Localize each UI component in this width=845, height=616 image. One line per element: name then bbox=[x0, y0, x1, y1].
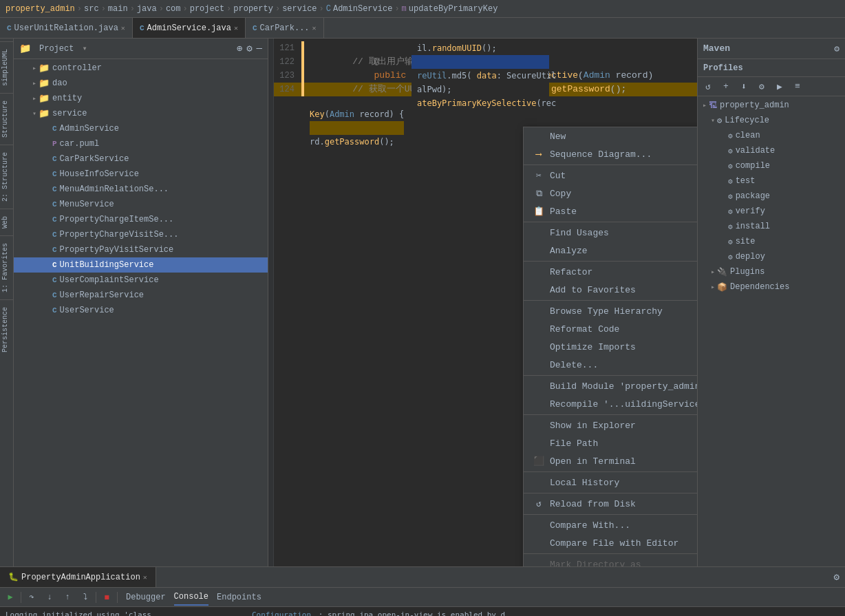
tree-item-unitbuilding[interactable]: C UnitBuildingService bbox=[14, 257, 268, 273]
cm-item-browse-hierarchy[interactable]: Browse Type Hierarchy F4 bbox=[524, 302, 697, 320]
maven-more-btn[interactable]: ≡ bbox=[790, 79, 805, 94]
maven-deploy[interactable]: ⚙ deploy bbox=[698, 249, 845, 264]
step-over-btn[interactable]: ↷ bbox=[24, 590, 39, 605]
maven-project[interactable]: 🏗 property_admin bbox=[698, 98, 845, 113]
tree-item-controller[interactable]: 📁 controller bbox=[14, 61, 268, 76]
lower-code: Key(Admin record) { rd.getPassword(); bbox=[310, 107, 404, 149]
side-tab-structure2[interactable]: 2: Structure bbox=[0, 145, 14, 209]
cm-item-reformat[interactable]: Reformat Code Ctrl+Alt+L bbox=[524, 320, 697, 338]
maven-gear-icon[interactable]: ⚙ bbox=[834, 43, 839, 54]
maven-title: Maven bbox=[703, 43, 730, 54]
tree-item-propertychargevisit[interactable]: C PropertyChargeVisitSe... bbox=[14, 227, 268, 242]
tree-item-carparkservice[interactable]: C CarParkService bbox=[14, 151, 268, 167]
bottom-tab-debug[interactable]: 🐛 PropertyAdminApplication ✕ bbox=[0, 567, 156, 587]
tree-item-menuservice[interactable]: C MenuService bbox=[14, 197, 268, 212]
tab-carpark[interactable]: C CarPark... ✕ bbox=[246, 18, 324, 38]
debugger-tab[interactable]: Debugger bbox=[126, 590, 166, 605]
tab-userunrelation[interactable]: C UserUnitRelation.java ✕ bbox=[0, 18, 133, 38]
c-file-icon: C bbox=[52, 125, 57, 133]
cm-item-paste[interactable]: 📋 Paste Ctrl+V bbox=[524, 202, 697, 220]
close-debug-tab[interactable]: ✕ bbox=[143, 573, 147, 582]
side-tab-persistence[interactable]: Persistence bbox=[0, 299, 14, 359]
tree-item-carpuml[interactable]: P car.puml bbox=[14, 136, 268, 151]
panel-minimize-icon[interactable]: — bbox=[257, 43, 262, 54]
stop-btn[interactable]: ◼ bbox=[99, 590, 114, 605]
cm-item-build-module[interactable]: Build Module 'property_admin' bbox=[524, 377, 697, 395]
cm-item-cut[interactable]: ✂ Cut Ctrl+X bbox=[524, 167, 697, 184]
maven-clean[interactable]: ⚙ clean bbox=[698, 128, 845, 143]
side-tab-favorites[interactable]: 1: Favorites bbox=[0, 235, 14, 299]
tree-item-propertypayvisit[interactable]: C PropertyPayVisitService bbox=[14, 242, 268, 257]
maven-download-btn[interactable]: ⬇ bbox=[736, 79, 751, 94]
breadcrumb-root[interactable]: property_admin bbox=[6, 4, 75, 14]
maven-refresh-btn[interactable]: ↺ bbox=[700, 79, 716, 94]
step-into-btn[interactable]: ↓ bbox=[42, 590, 57, 605]
tree-item-dao[interactable]: 📁 dao bbox=[14, 76, 268, 91]
side-tab-web[interactable]: Web bbox=[0, 209, 14, 235]
close-tab-btn[interactable]: ✕ bbox=[121, 24, 125, 32]
maven-plugins[interactable]: 🔌 Plugins bbox=[698, 264, 845, 279]
gear-icon: ⚙ bbox=[728, 131, 733, 140]
cm-item-analyze[interactable]: Analyze ▸ bbox=[524, 242, 697, 259]
maven-add-btn[interactable]: + bbox=[718, 79, 734, 94]
close-tab-btn[interactable]: ✕ bbox=[234, 24, 238, 32]
tree-item-userservice[interactable]: C UserService bbox=[14, 303, 268, 318]
tree-item-menuadminrelation[interactable]: C MenuAdminRelationSe... bbox=[14, 182, 268, 197]
cm-item-optimize-imports[interactable]: Optimize Imports Ctrl+Alt+O bbox=[524, 338, 697, 356]
run-to-cursor-btn[interactable]: ⤵ bbox=[78, 590, 93, 605]
cm-item-refactor[interactable]: Refactor ▸ bbox=[524, 263, 697, 281]
console-tab[interactable]: Console bbox=[174, 589, 208, 606]
side-tab-structure[interactable]: Structure bbox=[0, 93, 14, 145]
maven-run-btn[interactable]: ▶ bbox=[772, 79, 787, 94]
maven-site[interactable]: ⚙ site bbox=[698, 234, 845, 249]
tree-item-houseinfoservice[interactable]: C HouseInfoService bbox=[14, 167, 268, 182]
maven-compile[interactable]: ⚙ compile bbox=[698, 158, 845, 173]
tree-item-service[interactable]: 📁 service bbox=[14, 106, 268, 121]
maven-package[interactable]: ⚙ package bbox=[698, 189, 845, 204]
cm-item-show-explorer[interactable]: Show in Explorer bbox=[524, 416, 697, 434]
cm-item-delete[interactable]: Delete... Delete bbox=[524, 356, 697, 374]
panel-scope-icon[interactable]: ⊕ bbox=[237, 43, 242, 54]
maven-settings-btn[interactable]: ⚙ bbox=[754, 79, 769, 94]
tab-adminservice[interactable]: C AdminService.java ✕ bbox=[133, 18, 246, 38]
step-out-btn[interactable]: ↑ bbox=[60, 590, 75, 605]
endpoints-tab[interactable]: Endpoints bbox=[217, 590, 261, 605]
cm-item-local-history[interactable]: Local History ▸ bbox=[524, 474, 697, 491]
tree-item-userrepair[interactable]: C UserRepairService bbox=[14, 288, 268, 303]
tree-item-entity[interactable]: 📁 entity bbox=[14, 91, 268, 106]
folder-icon: 📁 bbox=[39, 108, 50, 119]
cm-item-reload[interactable]: ↺ Reload from Disk bbox=[524, 495, 697, 513]
cm-item-add-favorites[interactable]: Add to Favorites ▸ bbox=[524, 281, 697, 299]
side-tab-simpleuml[interactable]: simpleUML bbox=[0, 41, 14, 93]
cm-item-find-usages[interactable]: Find Usages Ctrl+G bbox=[524, 224, 697, 242]
cm-item-recompile[interactable]: Recompile '...uildingService.java' Ctrl+… bbox=[524, 395, 697, 413]
maven-lifecycle[interactable]: ⚙ Lifecycle bbox=[698, 113, 845, 128]
panel-gear-icon[interactable]: ⚙ bbox=[246, 43, 252, 54]
maven-verify[interactable]: ⚙ verify bbox=[698, 204, 845, 219]
cm-item-open-terminal[interactable]: ⬛ Open in Terminal bbox=[524, 452, 697, 470]
tree-item-adminservice[interactable]: C AdminService bbox=[14, 121, 268, 136]
close-tab-btn[interactable]: ✕ bbox=[312, 24, 317, 32]
cm-item-sequence-diagram[interactable]: ⟶ Sequence Diagram... bbox=[524, 145, 697, 163]
cm-item-file-path[interactable]: File Path Ctrl+Alt+F12 bbox=[524, 434, 697, 452]
tab-bar: C UserUnitRelation.java ✕ C AdminService… bbox=[0, 18, 845, 39]
tree-item-propertychargeitem[interactable]: C PropertyChargeItemSe... bbox=[14, 212, 268, 227]
tree-arrow bbox=[30, 94, 39, 103]
cm-item-mark-directory: Mark Directory as ▸ bbox=[524, 555, 697, 566]
right-tab-event: Event bbox=[828, 608, 839, 616]
maven-dependencies[interactable]: 📦 Dependencies bbox=[698, 279, 845, 295]
maven-validate[interactable]: ⚙ validate bbox=[698, 143, 845, 158]
log-right-1: Configuration : spring.jpa.open-in-view … bbox=[252, 608, 823, 616]
maven-install[interactable]: ⚙ install bbox=[698, 219, 845, 234]
cm-item-compare-editor[interactable]: Compare File with Editor bbox=[524, 534, 697, 552]
bottom-panel: 🐛 PropertyAdminApplication ✕ ⚙ ▶ ↷ ↓ ↑ ⤵… bbox=[0, 566, 845, 616]
bottom-panel-gear-icon[interactable]: ⚙ bbox=[834, 571, 839, 583]
resume-btn[interactable]: ▶ bbox=[3, 590, 18, 605]
maven-test[interactable]: ⚙ test bbox=[698, 173, 845, 189]
cm-item-copy[interactable]: ⧉ Copy ▸ bbox=[524, 184, 697, 202]
tree-item-usercomplaint[interactable]: C UserComplaintService bbox=[14, 273, 268, 288]
gear-icon: ⚙ bbox=[728, 147, 733, 156]
cm-item-compare-with[interactable]: Compare With... Ctrl+D bbox=[524, 516, 697, 534]
c-icon: C bbox=[253, 24, 257, 32]
cm-item-new[interactable]: New ▸ bbox=[524, 127, 697, 145]
